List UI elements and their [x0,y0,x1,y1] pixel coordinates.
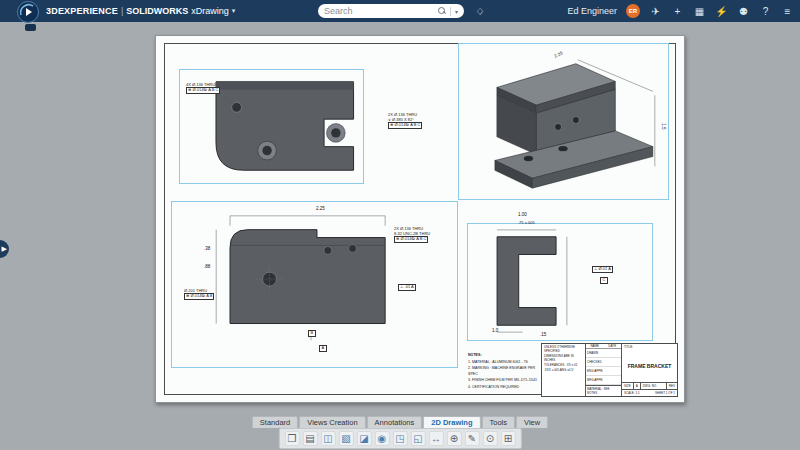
drawing-sheet[interactable]: 4X Ø.136 THRU ⊕ Ø.014Ⓜ A B C 2X Ø.136 TH… [155,35,685,403]
standard-views-icon[interactable]: ◫ [320,431,335,446]
tab-view[interactable]: View [516,416,548,428]
title-block[interactable]: UNLESS OTHERWISE SPECIFIED DIMENSIONS AR… [541,343,678,397]
search-input[interactable]: Search ▾ [318,4,464,18]
search-icon[interactable] [438,7,446,15]
avatar[interactable]: ER [626,4,640,18]
detail-view-icon[interactable]: ◉ [374,431,389,446]
view-wizard-icon[interactable]: ▤ [302,431,317,446]
dimension-icon[interactable]: ↔ [428,431,443,446]
perpendicularity-callout[interactable]: ⊥ Ø.01 A [592,266,613,273]
title-block-title-area: TITLE: FRAME BRACKET SIZE A DWG. NO. REV… [622,344,677,396]
dimension-label[interactable]: 1.0 [492,328,498,333]
tab-views-creation[interactable]: Views Creation [299,416,365,428]
sheet-number-text: SHEET 1 OF 1 [655,391,675,395]
crop-view-icon[interactable]: ◳ [392,431,407,446]
dimension-label[interactable]: .15 [540,332,546,337]
dimension-label[interactable]: .88 [204,264,210,269]
scale-text: SCALE: 1:1 [624,391,640,395]
bottom-dock: Standard Views Creation Annotations 2D D… [252,416,548,449]
section-view-icon[interactable]: ◪ [356,431,371,446]
datum-flag[interactable]: A [319,345,327,352]
balloon-icon[interactable]: ⊙ [482,431,497,446]
geometric-tolerance-icon[interactable]: ⊕ [446,431,461,446]
search-placeholder: Search [324,6,434,16]
feature-control-frame: ⊕ Ø.014Ⓜ A B C [394,236,428,243]
part-name: FRAME BRACKET [622,350,677,382]
feature-control-frame: ⊕ Ø.014Ⓜ A B C [186,87,220,94]
approval-row: DRAWN [586,349,621,358]
chevron-down-icon[interactable]: ▾ [232,7,236,15]
perpendicularity-callout[interactable]: ⊥ .01 A [398,284,416,291]
brand-divider: | [121,6,123,16]
note-line: 2. MARKING : MACHINE ENGRAVE PER SPEC [468,366,542,377]
drawing-canvas[interactable]: ▶ [0,22,800,450]
note-line: 3. FINISH CHEM FILM PER MIL-DTL-5541 [468,378,542,384]
top-right-cluster: Ed Engineer ER ✈ + ▦ ⚡ ⚉ ? ≡ [567,0,794,22]
apps-grid-icon[interactable]: ▦ [693,6,706,17]
help-icon[interactable]: ? [759,6,772,17]
spec-line: DIMENSIONS ARE IN INCHES [544,354,583,362]
spec-line: .XXX ±.005 ANG ±0.5° [544,368,583,372]
app-title-xdrawing: xDrawing [191,6,229,16]
hole-callout[interactable]: 4X Ø.136 THRU ⊕ Ø.014Ⓜ A B C [186,82,220,94]
tab-annotations[interactable]: Annotations [367,416,423,428]
approval-row: ENG APPR. [586,367,621,376]
feature-control-frame: ⊕ Ø.014Ⓜ A B [184,293,214,300]
approval-row: CHECKED [586,358,621,367]
datum-label: C [600,277,608,284]
app-breadcrumb[interactable]: 3DEXPERIENCE | SOLIDWORKS xDrawing ▾ [46,0,235,22]
search-divider [450,7,451,16]
dimension-label[interactable]: 1.5 [661,123,666,129]
note-icon[interactable]: ✎ [464,431,479,446]
logo-version-badge [25,24,36,31]
spec-line: TOLERANCES: .XX ±.01 [544,363,583,367]
note-line: 1. MATERIAL : ALUMINUM 6061 - T6 [468,360,542,366]
drawing-notes[interactable]: NOTES: 1. MATERIAL : ALUMINUM 6061 - T6 … [468,353,542,391]
community-icon[interactable]: ⚉ [737,6,750,17]
table-icon[interactable]: ⊞ [500,431,515,446]
break-view-icon[interactable]: ◱ [410,431,425,446]
approval-row: MFG APPR. [586,376,621,385]
notes-title: NOTES: [468,353,542,359]
drawing-view-isometric[interactable] [458,43,669,200]
date-header: DATE [604,344,622,348]
compass-panel-toggle-icon[interactable]: ▶ [0,240,9,258]
hole-callout[interactable]: 2X Ø.136 THRU ∨ Ø.385 X 82° ⊕ Ø.014Ⓜ A B… [388,112,422,129]
feature-control-frame: ⊥ Ø.01 A [592,266,613,273]
tab-standard[interactable]: Standard [252,416,298,428]
drawing-view-side[interactable] [467,223,653,341]
tab-tools[interactable]: Tools [482,416,516,428]
user-name[interactable]: Ed Engineer [567,6,617,16]
title-block-tolerances: UNLESS OTHERWISE SPECIFIED DIMENSIONS AR… [542,344,586,396]
search-chevron-icon[interactable]: ▾ [455,8,458,15]
name-header: NAME [586,344,604,348]
flash-icon[interactable]: ⚡ [715,6,728,17]
datum-flag[interactable]: C [600,277,608,284]
ribbon-tabs: Standard Views Creation Annotations 2D D… [252,416,548,428]
brand-3dexperience: 3DEXPERIENCE [46,6,118,16]
add-icon[interactable]: + [671,6,684,17]
datum-flag[interactable]: B [308,330,316,337]
dimension-label[interactable]: 1.00 [518,212,527,217]
share-icon[interactable]: ✈ [649,6,662,17]
spec-line: UNLESS OTHERWISE SPECIFIED [544,345,583,353]
projected-view-icon[interactable]: ▧ [338,431,353,446]
feature-control-frame: ⊕ Ø.014Ⓜ A B C [388,122,422,129]
note-line: 4. CERTIFICATION REQUIRED [468,385,542,391]
top-bar: 3DEXPERIENCE | SOLIDWORKS xDrawing ▾ Sea… [0,0,800,22]
tab-2d-drawing[interactable]: 2D Drawing [423,416,480,428]
tag-icon[interactable]: ♢ [472,4,488,18]
3dexperience-logo-icon[interactable] [17,1,39,23]
datum-label: B [308,330,316,337]
hole-callout[interactable]: Ø.201 THRU ⊕ Ø.014Ⓜ A B [184,288,214,300]
datum-label: A [319,345,327,352]
menu-icon[interactable]: ≡ [781,6,794,17]
new-sheet-icon[interactable]: ❐ [284,431,299,446]
brand-solidworks: SOLIDWORKS [126,6,188,16]
title-block-approvals: NAME DATE DRAWN CHECKED ENG APPR. MFG AP… [586,344,622,396]
hole-callout[interactable]: 2X Ø.136 THRU 8-32 UNC-2B THRU ⊕ Ø.014Ⓜ … [394,226,430,243]
dimension-label[interactable]: 2.25 [316,206,325,211]
dimension-label[interactable]: .75 ±.005 [518,220,535,225]
app-window: 3DEXPERIENCE | SOLIDWORKS xDrawing ▾ Sea… [0,0,800,450]
dimension-label[interactable]: .38 [204,246,210,251]
